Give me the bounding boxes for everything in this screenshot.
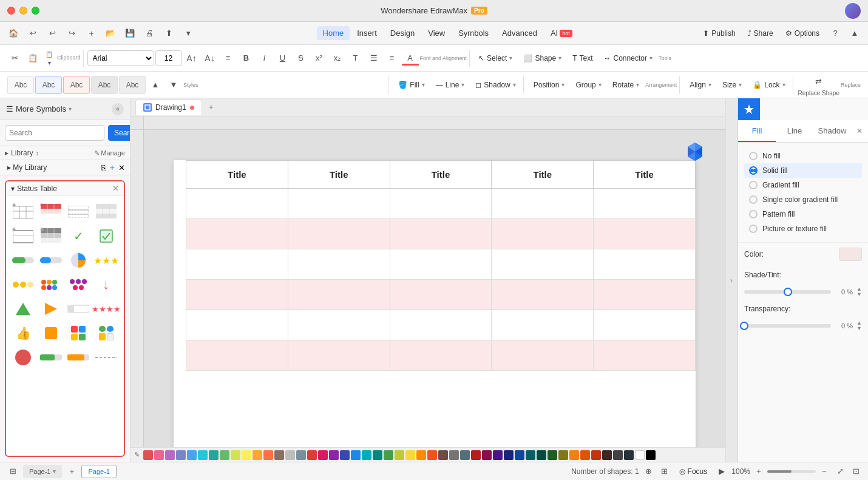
color-swatch-blue[interactable] — [187, 450, 197, 460]
list-item[interactable]: ★★★★ — [94, 298, 118, 320]
styles-less-icon[interactable]: ▼ — [165, 76, 182, 93]
close-window-button[interactable] — [7, 7, 15, 15]
color-swatch-lime[interactable] — [231, 450, 240, 460]
right-collapse-panel[interactable]: › — [725, 98, 737, 462]
color-swatch-darkblue[interactable] — [504, 450, 514, 460]
color-swatch-darkdeep[interactable] — [591, 450, 601, 460]
italic-icon[interactable]: I — [256, 50, 273, 67]
color-swatch-darkyellow[interactable] — [569, 450, 579, 460]
bold-icon[interactable]: B — [238, 50, 255, 67]
close-library-icon[interactable]: ✕ — [118, 163, 125, 172]
line-tab[interactable]: Line — [776, 120, 813, 142]
copy-library-icon[interactable]: ⎘ — [101, 163, 106, 172]
color-swatch-yellow[interactable] — [242, 450, 251, 460]
focus-button[interactable]: ◎ Focus — [674, 463, 713, 480]
color-swatch-brown2[interactable] — [438, 450, 448, 460]
list-item[interactable] — [66, 322, 90, 344]
color-swatch-white[interactable] — [635, 450, 645, 460]
style-abc-5[interactable]: Abc — [119, 76, 146, 94]
styles-more-icon[interactable]: ▲ — [147, 76, 164, 93]
color-swatch-orange2[interactable] — [416, 450, 426, 460]
canvas-paper[interactable]: Title Title Title Title Title — [174, 160, 696, 447]
shade-thumb[interactable] — [784, 288, 792, 296]
list-item[interactable] — [39, 322, 63, 344]
add-tab-button[interactable]: + — [205, 101, 218, 114]
pattern-fill-option[interactable]: Pattern fill — [744, 207, 862, 221]
align-button[interactable]: Align ▾ — [685, 76, 716, 93]
color-pencil-icon[interactable]: ✎ — [134, 451, 140, 459]
color-swatch-darkorange[interactable] — [580, 450, 590, 460]
add-library-icon[interactable]: + — [110, 163, 115, 172]
minimize-window-button[interactable] — [19, 7, 27, 15]
collapse-icon[interactable]: ▲ — [846, 25, 863, 42]
font-size-input[interactable] — [155, 50, 182, 66]
fill-tab[interactable]: Fill — [738, 120, 776, 142]
gradient-fill-option[interactable]: Gradient fill — [744, 178, 862, 192]
font-color-icon[interactable]: A — [402, 50, 419, 67]
no-fill-option[interactable]: No fill — [744, 149, 862, 163]
color-swatch-deeporange2[interactable] — [427, 450, 437, 460]
list-item[interactable] — [11, 298, 35, 320]
text-format-icon[interactable]: T — [347, 50, 364, 67]
shape-button[interactable]: ⬜ Shape ▾ — [518, 50, 566, 67]
drawing-tab[interactable]: Drawing1 — [135, 100, 202, 115]
redo-icon[interactable]: ↪ — [63, 25, 80, 42]
color-swatch-cyan2[interactable] — [362, 450, 371, 460]
transparency-spinner[interactable]: ▲ ▼ — [856, 320, 862, 331]
list-item[interactable] — [66, 346, 90, 368]
manage-button[interactable]: ✎ Manage — [94, 149, 125, 157]
align-icon[interactable]: ≡ — [220, 50, 237, 67]
position-button[interactable]: Position ▾ — [529, 76, 570, 93]
save-icon[interactable]: 💾 — [121, 25, 138, 42]
color-swatch-teal[interactable] — [209, 450, 219, 460]
zoom-out-icon[interactable]: − — [818, 465, 830, 478]
list-item[interactable]: ◆ — [11, 201, 35, 223]
color-swatch-darkbrown[interactable] — [602, 450, 612, 460]
select-button[interactable]: ↖ Select ▾ — [473, 50, 517, 67]
zoom-slider[interactable] — [767, 470, 816, 473]
color-swatch-grey[interactable] — [285, 450, 295, 460]
maximize-window-button[interactable] — [32, 7, 39, 15]
paste-icon[interactable]: 📋 — [42, 50, 56, 58]
fill-panel-icon[interactable] — [738, 98, 760, 120]
group-button[interactable]: Group ▾ — [571, 76, 606, 93]
canvas-scroll[interactable]: Title Title Title Title Title — [144, 130, 725, 447]
color-swatch-cyan[interactable] — [198, 450, 208, 460]
menu-design[interactable]: Design — [384, 26, 421, 40]
size-button[interactable]: Size ▾ — [717, 76, 747, 93]
search-input[interactable] — [5, 125, 104, 141]
options-button[interactable]: ⚙ Options — [781, 25, 824, 42]
export-icon[interactable]: ⬆ — [160, 25, 177, 42]
print-icon[interactable]: 🖨 — [141, 25, 158, 42]
shade-spinner[interactable]: ▲ ▼ — [856, 286, 862, 297]
color-swatch-purple[interactable] — [165, 450, 175, 460]
list-item[interactable] — [94, 201, 118, 223]
lock-button[interactable]: 🔒 Lock ▾ — [748, 76, 790, 93]
style-abc-4[interactable]: Abc — [91, 76, 118, 94]
color-swatch-darkgreen[interactable] — [548, 450, 557, 460]
list-item[interactable] — [66, 201, 90, 223]
play-icon[interactable]: ▶ — [716, 465, 728, 478]
color-swatch-darkbluegrey[interactable] — [624, 450, 634, 460]
color-swatch-darklime[interactable] — [558, 450, 568, 460]
picture-fill-option[interactable]: Picture or texture fill — [744, 221, 862, 236]
style-abc-3[interactable]: Abc — [63, 76, 90, 94]
sort-icon[interactable]: ↕ — [36, 150, 39, 157]
list-item[interactable] — [11, 274, 35, 296]
list-item[interactable] — [11, 249, 35, 271]
list-item[interactable] — [39, 298, 63, 320]
menu-insert[interactable]: Insert — [351, 26, 383, 40]
transparency-thumb[interactable] — [740, 322, 748, 330]
subscript-icon[interactable]: x₂ — [329, 50, 346, 67]
color-swatch-teal2[interactable] — [373, 450, 382, 460]
color-swatch-darkred[interactable] — [471, 450, 481, 460]
close-right-panel-button[interactable]: ✕ — [851, 120, 868, 142]
color-swatch-bluegrey[interactable] — [296, 450, 306, 460]
paste-options-icon[interactable]: ▾ — [42, 59, 56, 66]
color-swatch-red[interactable] — [143, 450, 153, 460]
style-abc-2[interactable]: Abc — [35, 76, 62, 94]
color-swatch-indigo[interactable] — [176, 450, 186, 460]
transparency-slider[interactable] — [744, 324, 831, 328]
list-item[interactable]: ◆ — [39, 201, 63, 223]
increase-font-icon[interactable]: A↑ — [183, 50, 200, 67]
